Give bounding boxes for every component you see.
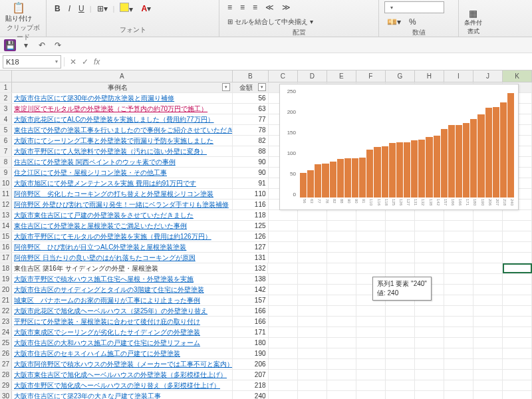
cell[interactable]: 大阪市住吉区の大和ハウス施工の戸建て住宅に外壁リフォーム bbox=[12, 338, 233, 348]
row-header[interactable]: 7 bbox=[0, 146, 12, 156]
cell[interactable]: 142 bbox=[233, 285, 269, 295]
cell[interactable]: 125 bbox=[233, 221, 269, 231]
col-header[interactable]: F bbox=[356, 70, 386, 82]
cell[interactable]: 118 bbox=[233, 210, 269, 220]
cell[interactable] bbox=[327, 263, 356, 273]
cell[interactable] bbox=[269, 327, 298, 337]
case-link[interactable]: 大阪市平野区にてモルタルの外壁塗装を実施（費用は約126万円） bbox=[14, 233, 211, 240]
cell[interactable]: 大阪市阿倍野区で積水ハウスの外壁塗装（メーカーでは工事不可と案内） bbox=[12, 359, 233, 369]
cell[interactable] bbox=[298, 221, 327, 231]
cell[interactable] bbox=[386, 338, 415, 348]
case-link[interactable]: 大阪市平野区にて人気塗料で外壁塗装（汚れに強い外壁に変身） bbox=[14, 148, 207, 155]
cell[interactable] bbox=[298, 263, 327, 273]
cell[interactable] bbox=[298, 338, 327, 348]
cell[interactable]: 東住吉区にて外壁塗装と屋根塗装でご満足いただいた事例 bbox=[12, 221, 233, 231]
cell[interactable] bbox=[473, 242, 503, 252]
cell[interactable] bbox=[503, 253, 532, 263]
chart-bar[interactable] bbox=[300, 173, 307, 198]
cell[interactable]: 110 bbox=[233, 189, 269, 199]
embedded-chart[interactable]: 250200150100500 566377788288909091110116… bbox=[279, 84, 519, 210]
cell[interactable] bbox=[386, 306, 415, 316]
cell[interactable]: 東淀川区でモルタル壁の外壁塗装（ご予算内の約70万円で施工） bbox=[12, 104, 233, 114]
row-header[interactable]: 28 bbox=[0, 370, 12, 380]
cell[interactable] bbox=[444, 221, 473, 231]
col-header[interactable]: I bbox=[444, 70, 473, 82]
cell[interactable] bbox=[298, 380, 327, 390]
case-link[interactable]: 大阪市住吉区のサイディングとタイルの3階建て住宅に外壁塗装 bbox=[14, 286, 204, 293]
case-link[interactable]: 大阪市住吉区にて築30年の外壁防水塗装と雨漏り補修 bbox=[14, 94, 174, 102]
row-header[interactable]: 16 bbox=[0, 242, 12, 252]
col-header[interactable]: A bbox=[12, 70, 233, 82]
cell[interactable] bbox=[298, 231, 327, 241]
cell[interactable] bbox=[298, 253, 327, 263]
cell[interactable]: 166 bbox=[233, 306, 269, 316]
chart-bar[interactable] bbox=[382, 146, 388, 198]
case-link[interactable]: 大阪市此花区で旭化成ヘーベルハウス（築25年）の外壁塗り替え bbox=[14, 307, 207, 315]
cell[interactable] bbox=[503, 274, 532, 284]
chart-bar[interactable] bbox=[396, 142, 403, 198]
cell[interactable] bbox=[473, 274, 503, 284]
cell[interactable] bbox=[444, 295, 473, 305]
cell[interactable] bbox=[444, 380, 473, 390]
cell[interactable] bbox=[473, 263, 503, 273]
cell[interactable]: 大阪市住吉区にて築30年の外壁防水塗装と雨漏り補修 bbox=[12, 93, 233, 103]
row-header[interactable]: 9 bbox=[0, 168, 12, 178]
cell[interactable] bbox=[269, 210, 298, 220]
cell[interactable] bbox=[386, 370, 415, 380]
row-header[interactable]: 22 bbox=[0, 306, 12, 316]
cell[interactable] bbox=[473, 221, 503, 231]
cell[interactable]: 事例名▾ bbox=[12, 82, 233, 92]
cell[interactable] bbox=[327, 242, 356, 252]
select-all-corner[interactable] bbox=[0, 70, 12, 82]
row-header[interactable]: 8 bbox=[0, 157, 12, 167]
cell[interactable] bbox=[503, 370, 532, 380]
cell[interactable]: 207 bbox=[233, 370, 269, 380]
cell[interactable] bbox=[503, 306, 532, 316]
cell[interactable] bbox=[415, 210, 444, 220]
cell[interactable] bbox=[356, 359, 386, 369]
case-link[interactable]: 阿倍野区 日当たりの良い壁のはがれ落ちたコーキングが原因 bbox=[14, 254, 196, 261]
cell[interactable] bbox=[444, 210, 473, 220]
qat-dropdown-icon[interactable]: ▾ bbox=[20, 39, 32, 51]
cell[interactable] bbox=[356, 231, 386, 241]
col-header[interactable]: B bbox=[233, 70, 269, 82]
align-top-button[interactable]: ≡ bbox=[225, 1, 235, 13]
merge-cells-button[interactable]: ⊞ セルを結合して中央揃え ▾ bbox=[225, 16, 316, 28]
chart-bar[interactable] bbox=[374, 147, 380, 198]
cell[interactable] bbox=[269, 370, 298, 380]
case-link[interactable]: 東淀川区でモルタル壁の外壁塗装（ご予算内の約70万円で施工） bbox=[14, 105, 207, 112]
cell[interactable] bbox=[327, 306, 356, 316]
case-link[interactable]: 阿倍野区 外壁ひび割れで雨漏り発生！一緒にベランダ手すりも塗装補修 bbox=[14, 201, 229, 208]
row-header[interactable]: 5 bbox=[0, 125, 12, 135]
font-color-button[interactable]: A▾ bbox=[138, 3, 154, 15]
cell[interactable] bbox=[298, 274, 327, 284]
cell[interactable]: 阿倍野区 ひび割れが目立つALC外壁塗装と屋根塗装塗装 bbox=[12, 242, 233, 252]
chart-bar[interactable] bbox=[463, 123, 469, 198]
cell[interactable] bbox=[298, 391, 327, 399]
col-header[interactable]: D bbox=[298, 70, 327, 82]
cell[interactable] bbox=[386, 348, 415, 358]
cell[interactable] bbox=[386, 221, 415, 231]
col-header[interactable]: G bbox=[386, 70, 415, 82]
case-link[interactable]: 大阪市東住吉区にて戸建の外壁塗装をさせていただきました bbox=[14, 211, 194, 219]
cell[interactable]: 大阪市東成区でシーリングが劣化したサイディングの外壁塗装 bbox=[12, 327, 233, 337]
cell[interactable] bbox=[356, 348, 386, 358]
name-box[interactable]: K18 bbox=[3, 55, 61, 68]
cell[interactable] bbox=[386, 380, 415, 390]
cell[interactable] bbox=[415, 391, 444, 399]
cell[interactable]: 大阪市旭区にて外壁メンテナンスを実施 費用は約91万円です bbox=[12, 178, 233, 188]
cell[interactable]: 大阪市平野区にて人気塗料で外壁塗装（汚れに強い外壁に変身） bbox=[12, 146, 233, 156]
case-link[interactable]: 大阪市東成区でシーリングが劣化したサイディングの外壁塗装 bbox=[14, 329, 200, 336]
case-link[interactable]: 城東区 パナホームのお家の雨漏りが工事により止まった事例 bbox=[14, 297, 200, 304]
cell[interactable] bbox=[298, 285, 327, 295]
cell[interactable] bbox=[503, 210, 532, 220]
cell[interactable] bbox=[473, 210, 503, 220]
chart-bar[interactable] bbox=[322, 164, 329, 198]
row-header[interactable]: 14 bbox=[0, 221, 12, 231]
chart-bar[interactable] bbox=[470, 119, 477, 198]
align-bottom-button[interactable]: ≡ bbox=[250, 1, 260, 13]
cell[interactable] bbox=[327, 221, 356, 231]
col-header[interactable]: C bbox=[269, 70, 298, 82]
col-header[interactable]: H bbox=[415, 70, 444, 82]
cell[interactable] bbox=[269, 348, 298, 358]
